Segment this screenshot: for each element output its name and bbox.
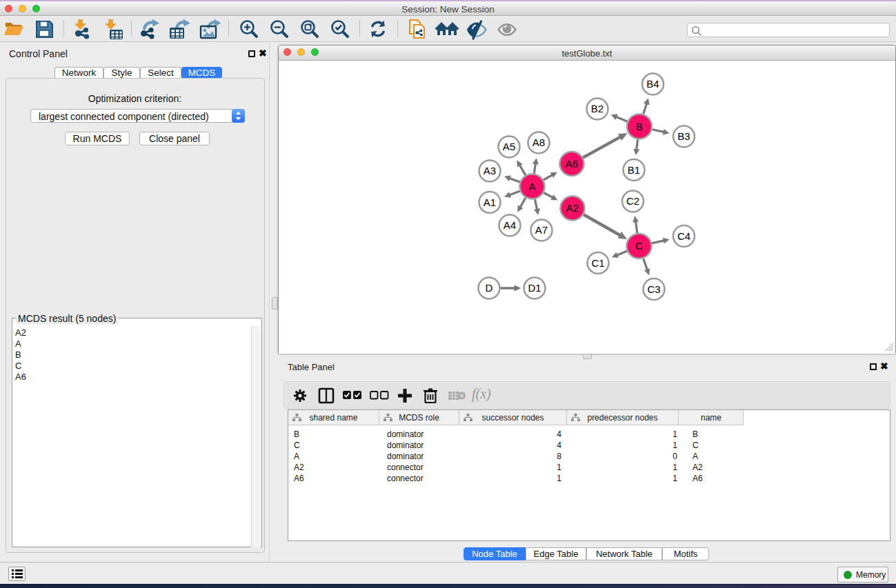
svg-text:D1: D1 <box>528 282 541 294</box>
svg-text:C: C <box>635 240 643 252</box>
svg-text:B1: B1 <box>628 164 640 176</box>
svg-text:A: A <box>528 181 535 192</box>
svg-text:A8: A8 <box>532 136 545 148</box>
svg-text:A3: A3 <box>484 165 496 176</box>
svg-text:C1: C1 <box>591 257 604 269</box>
svg-text:A4: A4 <box>504 219 516 231</box>
svg-text:B4: B4 <box>646 78 659 90</box>
svg-text:B2: B2 <box>591 103 604 114</box>
svg-text:A5: A5 <box>503 141 515 152</box>
svg-text:C2: C2 <box>626 195 639 207</box>
svg-text:A7: A7 <box>535 224 548 236</box>
svg-text:D: D <box>486 282 493 294</box>
svg-text:A1: A1 <box>484 196 496 208</box>
svg-text:A2: A2 <box>566 202 579 214</box>
svg-text:B3: B3 <box>677 130 690 142</box>
svg-text:C4: C4 <box>677 230 690 242</box>
svg-text:A6: A6 <box>566 158 578 170</box>
svg-text:B: B <box>636 121 643 132</box>
svg-text:C3: C3 <box>647 283 660 295</box>
